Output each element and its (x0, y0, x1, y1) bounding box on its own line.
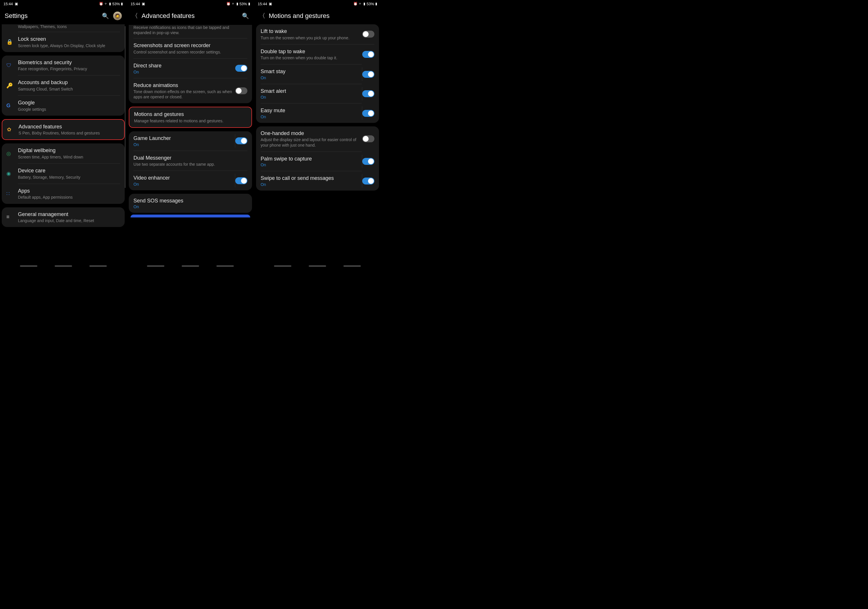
nav-back[interactable] (216, 266, 234, 267)
item-sub: Samsung Cloud, Smart Switch (18, 87, 120, 92)
signal-icon: ▮ (236, 2, 239, 6)
item-swipe-call-message[interactable]: Swipe to call or send messages On (256, 171, 379, 190)
toggle-smart-alert[interactable] (362, 90, 374, 97)
item-smart-alert[interactable]: Smart alert On (256, 84, 379, 104)
toggle-one-handed-mode[interactable] (362, 135, 374, 142)
item-sub: Default apps, App permissions (18, 195, 120, 200)
item-title: Reduce animations (133, 82, 235, 89)
partial-item-sub: Wallpapers, Themes, Icons (2, 24, 125, 32)
toggle-direct-share[interactable] (235, 65, 247, 72)
item-sub: S Pen, Bixby Routines, Motions and gestu… (19, 130, 119, 136)
toggle-easy-mute[interactable] (362, 110, 374, 117)
item-sub: Manage features related to motions and g… (134, 118, 246, 124)
item-sub: Turn on the screen when you pick up your… (261, 35, 362, 40)
sliders-icon: ≡ (6, 214, 18, 220)
toggle-swipe-call-message[interactable] (362, 178, 374, 184)
item-title: General management (18, 211, 120, 218)
item-direct-share[interactable]: Direct share On (129, 59, 252, 78)
settings-item-digital-wellbeing[interactable]: ◎ Digital wellbeing Screen time, App tim… (2, 144, 125, 163)
nav-recent[interactable] (20, 266, 37, 267)
page-title: Advanced features (141, 12, 237, 20)
wifi-icon: ᯤ (359, 2, 362, 6)
item-sub: Control screenshot and screen recorder s… (133, 49, 247, 55)
item-palm-swipe-capture[interactable]: Palm swipe to capture On (256, 152, 379, 171)
status-time: 15:44 (258, 2, 267, 6)
item-title: Video enhancer (133, 175, 235, 181)
item-sub: Battery, Storage, Memory, Security (18, 175, 120, 180)
item-sub: Face recognition, Fingerprints, Privacy (18, 66, 120, 71)
header: Settings 🔍 🧔 (0, 8, 126, 24)
partial-card-bottom (130, 215, 250, 218)
item-smart-stay[interactable]: Smart stay On (256, 65, 379, 84)
header: 〈 Advanced features 🔍 (127, 8, 253, 24)
settings-item-biometrics[interactable]: 🛡 Biometrics and security Face recogniti… (2, 56, 125, 76)
item-title: Accounts and backup (18, 79, 120, 86)
item-double-tap-wake[interactable]: Double tap to wake Turn on the screen wh… (256, 45, 379, 65)
settings-item-apps[interactable]: ∷ Apps Default apps, App permissions (2, 184, 125, 204)
item-game-launcher[interactable]: Game Launcher On (129, 131, 252, 151)
google-icon: G (6, 103, 18, 109)
nav-home[interactable] (182, 266, 199, 267)
back-icon[interactable]: 〈 (132, 12, 138, 20)
lock-icon: 🔒 (6, 39, 18, 45)
search-icon[interactable]: 🔍 (242, 12, 249, 19)
back-icon[interactable]: 〈 (259, 12, 265, 20)
item-sub: Tone down motion effects on the screen, … (133, 89, 235, 99)
nav-home[interactable] (55, 266, 72, 267)
toggle-double-tap-wake[interactable] (362, 51, 374, 58)
item-reduce-animations[interactable]: Reduce animations Tone down motion effec… (129, 78, 252, 104)
settings-panel: 15:44 ▣ ⏰ ᯤ ▮ 53% ▮ Settings 🔍 🧔 Wallpap… (0, 0, 126, 267)
nav-recent[interactable] (147, 266, 164, 267)
nav-recent[interactable] (274, 266, 291, 267)
item-title: Dual Messenger (133, 155, 247, 161)
toggle-game-launcher[interactable] (235, 138, 247, 144)
item-sub: Use two separate accounts for the same a… (133, 162, 247, 167)
item-one-handed-mode[interactable]: One-handed mode Adjust the display size … (256, 126, 379, 151)
battery-percent: 53% (240, 2, 247, 6)
item-title: Motions and gestures (134, 111, 246, 118)
search-icon[interactable]: 🔍 (102, 12, 109, 19)
item-title: One-handed mode (261, 130, 362, 137)
alarm-icon: ⏰ (353, 2, 358, 6)
settings-item-device-care[interactable]: ◉ Device care Battery, Storage, Memory, … (2, 164, 125, 184)
status-bar: 15:44 ▣ ⏰ ᯤ ▮ 53% ▮ (0, 0, 126, 8)
status-bar: 15:44 ▣ ⏰ ᯤ ▮ 53% ▮ (127, 0, 253, 8)
item-title: Digital wellbeing (18, 147, 120, 154)
item-send-sos[interactable]: Send SOS messages On (129, 194, 252, 213)
toggle-smart-stay[interactable] (362, 71, 374, 78)
image-icon: ▣ (142, 2, 145, 6)
settings-item-general-management[interactable]: ≡ General management Language and input,… (2, 207, 125, 227)
item-title: Device care (18, 167, 120, 174)
header: 〈 Motions and gestures (254, 8, 381, 24)
nav-bar (127, 264, 253, 267)
item-screenshots-recorder[interactable]: Screenshots and screen recorder Control … (129, 39, 252, 59)
settings-item-accounts[interactable]: 🔑 Accounts and backup Samsung Cloud, Sma… (2, 76, 125, 96)
scrollbar[interactable] (125, 26, 126, 188)
toggle-video-enhancer[interactable] (235, 177, 247, 184)
item-status: On (133, 142, 235, 147)
nav-back[interactable] (343, 266, 361, 267)
settings-item-advanced-features[interactable]: ✿ Advanced features S Pen, Bixby Routine… (2, 120, 124, 140)
status-time: 15:44 (130, 2, 140, 6)
nav-home[interactable] (309, 266, 326, 267)
wifi-icon: ᯤ (232, 2, 235, 6)
toggle-lift-to-wake[interactable] (362, 31, 374, 38)
toggle-reduce-animations[interactable] (235, 87, 247, 94)
item-motions-gestures[interactable]: Motions and gestures Manage features rel… (129, 107, 251, 127)
item-easy-mute[interactable]: Easy mute On (256, 104, 379, 123)
battery-percent: 53% (112, 2, 120, 6)
nav-back[interactable] (89, 266, 107, 267)
image-icon: ▣ (269, 2, 272, 6)
advanced-features-panel: 15:44 ▣ ⏰ ᯤ ▮ 53% ▮ 〈 Advanced features … (127, 0, 253, 267)
item-title: Lock screen (18, 36, 120, 43)
avatar[interactable]: 🧔 (113, 12, 122, 20)
settings-item-google[interactable]: G Google Google settings (2, 96, 125, 116)
item-title: Screenshots and screen recorder (133, 42, 247, 49)
item-sub: Turn on the screen when you double tap i… (261, 55, 362, 60)
item-dual-messenger[interactable]: Dual Messenger Use two separate accounts… (129, 151, 252, 171)
signal-icon: ▮ (109, 2, 111, 6)
toggle-palm-swipe-capture[interactable] (362, 158, 374, 165)
item-lift-to-wake[interactable]: Lift to wake Turn on the screen when you… (256, 24, 379, 44)
item-video-enhancer[interactable]: Video enhancer On (129, 171, 252, 190)
settings-item-lock-screen[interactable]: 🔒 Lock screen Screen lock type, Always O… (2, 32, 125, 52)
